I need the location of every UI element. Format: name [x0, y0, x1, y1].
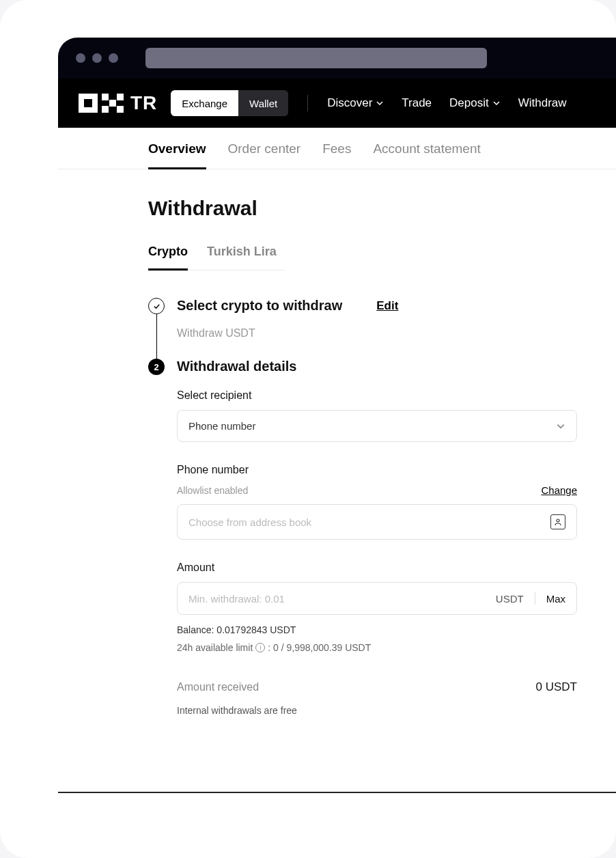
step-2: 2 Withdrawal details Select recipient Ph… [148, 359, 577, 716]
address-book-icon[interactable] [550, 514, 565, 529]
amount-input-box: USDT Max [177, 582, 577, 615]
phone-input-box [177, 504, 577, 540]
balance-text: Balance: 0.01792843 USDT [177, 624, 577, 635]
subnav-fees[interactable]: Fees [322, 141, 351, 169]
svg-point-7 [557, 519, 559, 522]
logo[interactable]: TR [79, 92, 157, 114]
divider [535, 592, 535, 605]
phone-input[interactable] [188, 516, 545, 528]
svg-rect-3 [117, 94, 124, 100]
tab-turkish-lira[interactable]: Turkish Lira [207, 245, 277, 270]
svg-rect-2 [102, 94, 109, 100]
stepper: Select crypto to withdraw Edit Withdraw … [148, 298, 577, 716]
svg-rect-4 [109, 100, 116, 107]
nav-withdraw-label: Withdraw [518, 96, 567, 110]
chevron-down-icon [556, 421, 565, 431]
traffic-lights [76, 53, 118, 63]
limit-prefix: 24h available limit [177, 642, 253, 653]
phone-label: Phone number [177, 464, 577, 476]
nav-trade-label: Trade [402, 96, 432, 110]
info-icon[interactable]: i [255, 643, 265, 652]
page-content: Withdrawal Crypto Turkish Lira Select cr… [58, 169, 577, 716]
step-1-circle [148, 298, 165, 314]
mode-wallet[interactable]: Wallet [238, 90, 288, 116]
browser-chrome [58, 38, 616, 79]
subnav-account-statement[interactable]: Account statement [373, 141, 480, 169]
logo-text: TR [130, 92, 157, 114]
nav-discover[interactable]: Discover [327, 96, 384, 110]
received-row: Amount received 0 USDT [177, 680, 577, 694]
max-button[interactable]: Max [546, 593, 565, 605]
traffic-light-maximize[interactable] [109, 53, 118, 63]
phone-section: Phone number Allowlist enabled Change [177, 464, 577, 540]
recipient-section: Select recipient Phone number [177, 389, 577, 442]
app-window: TR Exchange Wallet Discover Trade Deposi… [0, 0, 616, 858]
limit-text: 24h available limit i : 0 / 9,998,000.39… [177, 642, 577, 653]
step-1: Select crypto to withdraw Edit Withdraw … [148, 298, 577, 359]
mode-toggle: Exchange Wallet [171, 90, 288, 116]
amount-unit: USDT [496, 593, 524, 605]
content-area: Overview Order center Fees Account state… [58, 128, 616, 793]
svg-rect-1 [84, 99, 92, 107]
amount-label: Amount [177, 562, 577, 574]
check-icon [153, 303, 160, 310]
step-1-edit-link[interactable]: Edit [376, 299, 398, 313]
chevron-down-icon [492, 99, 501, 107]
step-2-title: Withdrawal details [177, 359, 577, 374]
subnav-overview[interactable]: Overview [148, 141, 206, 169]
recipient-value: Phone number [188, 420, 255, 432]
step-2-body: Withdrawal details Select recipient Phon… [177, 359, 577, 716]
nav-deposit-label: Deposit [449, 96, 489, 110]
tab-crypto[interactable]: Crypto [148, 245, 188, 271]
step-2-circle: 2 [148, 359, 165, 375]
nav-links: Discover Trade Deposit Withdraw [327, 96, 566, 110]
person-icon [554, 518, 562, 526]
nav-discover-label: Discover [327, 96, 372, 110]
received-label: Amount received [177, 681, 259, 693]
nav-deposit[interactable]: Deposit [449, 96, 501, 110]
okx-logo-icon [79, 94, 126, 113]
traffic-light-minimize[interactable] [92, 53, 102, 63]
subnav-order-center[interactable]: Order center [228, 141, 301, 169]
amount-input[interactable] [188, 593, 490, 605]
amount-section: Amount USDT Max Balance: 0.01792843 USDT [177, 562, 577, 653]
url-bar[interactable] [145, 48, 487, 68]
svg-rect-6 [117, 106, 124, 113]
allowlist-label: Allowlist enabled [177, 485, 248, 496]
step-connector [156, 314, 157, 362]
nav-withdraw[interactable]: Withdraw [518, 96, 567, 110]
fee-note: Internal withdrawals are free [177, 705, 577, 716]
recipient-label: Select recipient [177, 389, 577, 402]
page-title: Withdrawal [148, 197, 577, 220]
step-1-body: Select crypto to withdraw Edit Withdraw … [177, 298, 577, 359]
svg-rect-5 [102, 106, 109, 113]
step-1-title: Select crypto to withdraw [177, 298, 342, 314]
amount-suffix: USDT Max [496, 592, 565, 605]
limit-value: : 0 / 9,998,000.39 USDT [268, 642, 371, 653]
chevron-down-icon [376, 99, 384, 107]
recipient-select[interactable]: Phone number [177, 410, 577, 442]
withdrawal-tabs: Crypto Turkish Lira [148, 245, 285, 271]
header-divider [307, 95, 308, 111]
mode-exchange[interactable]: Exchange [171, 90, 238, 116]
traffic-light-close[interactable] [76, 53, 85, 63]
sub-nav: Overview Order center Fees Account state… [58, 128, 616, 169]
app-header: TR Exchange Wallet Discover Trade Deposi… [58, 79, 616, 128]
nav-trade[interactable]: Trade [402, 96, 432, 110]
change-link[interactable]: Change [541, 484, 577, 496]
step-1-subtext: Withdraw USDT [177, 327, 577, 340]
received-value: 0 USDT [536, 680, 577, 694]
